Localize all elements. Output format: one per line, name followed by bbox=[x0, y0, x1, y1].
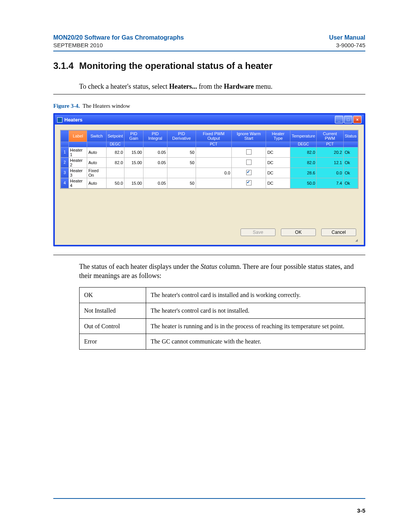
col-label[interactable]: Label bbox=[69, 131, 87, 142]
maximize-button[interactable]: □ bbox=[344, 116, 352, 123]
col-pid-integral[interactable]: PID Integral bbox=[143, 131, 167, 142]
resize-grip[interactable]: ◢ bbox=[60, 238, 358, 243]
ignore-warmstart-checkbox[interactable] bbox=[246, 160, 252, 165]
col-pid-derivative[interactable]: PID Derivative bbox=[167, 131, 196, 142]
window-icon bbox=[57, 117, 62, 123]
close-button[interactable]: × bbox=[353, 116, 362, 123]
rule-under-figure bbox=[53, 255, 365, 255]
doc-date: SEPTEMBER 2010 bbox=[53, 42, 184, 48]
status-row: ErrorThe GC cannot communicate with the … bbox=[80, 334, 365, 350]
section-heading: 3.1.4Monitoring the operational status o… bbox=[53, 61, 365, 71]
grid-units-row: DEGC PCT DEGC PCT bbox=[61, 142, 358, 147]
status-row: OKThe heater's control card is installed… bbox=[80, 288, 365, 303]
status-row: Not InstalledThe heater's control card i… bbox=[80, 303, 365, 319]
col-switch[interactable]: Switch bbox=[87, 131, 106, 142]
figure-caption: Figure 3-4. The Heaters window bbox=[53, 103, 365, 109]
col-temperature[interactable]: Temperature bbox=[290, 131, 317, 142]
save-button: Save bbox=[241, 228, 276, 236]
ok-button[interactable]: OK bbox=[281, 228, 316, 236]
doc-number: 3-9000-745 bbox=[329, 42, 365, 48]
row-select-header[interactable] bbox=[61, 131, 69, 142]
header-rule bbox=[53, 51, 365, 51]
col-pid-gain[interactable]: PID Gain bbox=[124, 131, 143, 142]
status-paragraph: The status of each heater displays under… bbox=[79, 262, 365, 281]
footer-rule bbox=[53, 498, 365, 499]
col-current-pwm[interactable]: Current PWM bbox=[317, 131, 344, 142]
col-status[interactable]: Status bbox=[343, 131, 358, 142]
col-heater-type[interactable]: Heater Type bbox=[266, 131, 290, 142]
grid-row[interactable]: 2 Heater 2 Auto 82.0 15.00 0.05 50 DC 82… bbox=[61, 157, 358, 168]
window-titlebar[interactable]: Heaters _ □ × bbox=[55, 115, 364, 125]
manual-label: User Manual bbox=[329, 34, 365, 41]
ignore-warmstart-checkbox[interactable] bbox=[246, 180, 252, 185]
grid-row[interactable]: 1 Heater 1 Auto 82.0 15.00 0.05 50 DC 82… bbox=[61, 147, 358, 157]
rule-under-intro bbox=[53, 94, 365, 94]
grid-header-row: Label Switch Setpoint PID Gain PID Integ… bbox=[61, 131, 358, 142]
doc-title: MON20/20 Software for Gas Chromatographs bbox=[53, 34, 184, 41]
col-ignore-warm-start[interactable]: Ignore Warm Start bbox=[231, 131, 266, 142]
window-title: Heaters bbox=[64, 117, 83, 123]
minimize-button[interactable]: _ bbox=[335, 116, 343, 123]
page-number: 3-5 bbox=[357, 507, 365, 514]
col-setpoint[interactable]: Setpoint bbox=[106, 131, 124, 142]
heaters-grid: Label Switch Setpoint PID Gain PID Integ… bbox=[60, 130, 358, 189]
status-row: Out of ControlThe heater is running and … bbox=[80, 318, 365, 334]
grid-row[interactable]: 3 Heater 3 Fixed On 0.0 DC 28.6 0.0 Ok bbox=[61, 168, 358, 178]
status-table: OKThe heater's control card is installed… bbox=[79, 287, 365, 349]
col-fixed-pwm[interactable]: Fixed PWM Output bbox=[196, 131, 231, 142]
heaters-window: Heaters _ □ × Label Switch Setpoint PID … bbox=[53, 113, 365, 246]
page-header: MON20/20 Software for Gas Chromatographs… bbox=[53, 34, 365, 48]
intro-paragraph: To check a heater's status, select Heate… bbox=[79, 82, 365, 91]
grid-row[interactable]: 4 Heater 4 Auto 50.0 15.00 0.05 50 DC 50… bbox=[61, 178, 358, 188]
cancel-button[interactable]: Cancel bbox=[321, 228, 356, 236]
ignore-warmstart-checkbox[interactable] bbox=[246, 170, 252, 175]
ignore-warmstart-checkbox[interactable] bbox=[246, 149, 252, 155]
